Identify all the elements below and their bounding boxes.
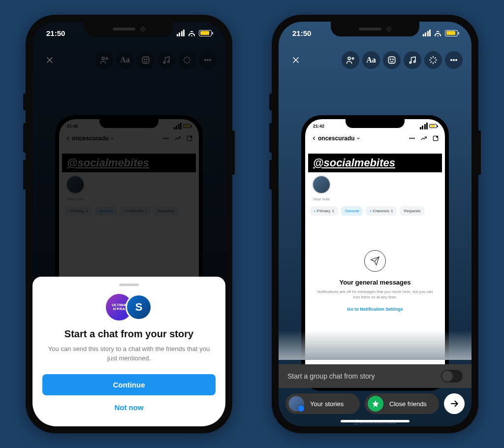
battery-icon xyxy=(199,30,212,36)
tag-people-icon[interactable] xyxy=(342,51,359,69)
power-button xyxy=(478,130,481,175)
svg-point-30 xyxy=(453,60,455,61)
volume-up-button xyxy=(23,123,26,153)
story-editor-toolbar: Aa xyxy=(279,44,472,76)
share-destinations: Your stories Close friends xyxy=(279,390,472,417)
inbox-empty-state: Your general messages Notifications are … xyxy=(305,221,445,313)
sheet-body: You can send this story to a chat with t… xyxy=(42,345,216,363)
sheet-avatar-pair: ULTIMAH✦RA S xyxy=(42,294,216,320)
svg-point-18 xyxy=(413,138,414,139)
svg-point-23 xyxy=(352,58,353,59)
signal-icon xyxy=(177,30,185,36)
home-indicator[interactable] xyxy=(94,420,163,422)
svg-point-25 xyxy=(390,59,391,60)
volume-down-button xyxy=(23,160,26,190)
your-stories-button[interactable]: Your stories xyxy=(285,393,360,414)
phone-left: 21:42 oncescuradu xyxy=(26,15,232,433)
group-chat-toggle-row: Start a group chat from story xyxy=(279,364,472,388)
close-friends-button[interactable]: Close friends xyxy=(365,393,439,414)
your-stories-avatar-icon xyxy=(288,396,304,412)
svg-point-29 xyxy=(451,60,452,61)
sheet-title: Start a chat from your story xyxy=(42,328,216,340)
svg-point-28 xyxy=(414,61,415,63)
mute-switch xyxy=(23,94,26,110)
comparison-stage: 21:42 oncescuradu xyxy=(0,0,504,448)
continue-button[interactable]: Continue xyxy=(42,374,216,395)
notification-settings-link: Go to Notification Settings xyxy=(347,307,403,312)
inbox-tabs: •Primary 1 General •Channels 1 Requests xyxy=(305,201,445,221)
group-chat-toggle[interactable] xyxy=(441,370,463,383)
svg-point-16 xyxy=(410,138,410,139)
group-chat-toggle-label: Start a group chat from story xyxy=(287,372,375,380)
close-friends-star-icon xyxy=(368,396,383,412)
more-icon[interactable] xyxy=(445,51,463,69)
mention-sticker: @socialmebites xyxy=(308,154,442,172)
sheet-grabber[interactable] xyxy=(119,284,139,286)
music-icon[interactable] xyxy=(404,51,421,69)
battery-icon xyxy=(445,30,458,36)
svg-point-27 xyxy=(410,62,411,63)
signal-icon xyxy=(423,30,431,36)
start-chat-sheet: ULTIMAH✦RA S Start a chat from your stor… xyxy=(32,277,225,426)
text-tool-icon[interactable]: Aa xyxy=(362,51,380,69)
status-time: 21:50 xyxy=(46,29,65,37)
close-button[interactable] xyxy=(287,52,304,68)
notch xyxy=(331,22,419,36)
svg-point-17 xyxy=(411,138,412,139)
volume-up-button xyxy=(269,123,272,153)
wifi-icon xyxy=(434,30,442,36)
svg-rect-24 xyxy=(388,57,395,63)
volume-down-button xyxy=(269,160,272,190)
your-note-avatar xyxy=(312,175,331,194)
next-arrow-button[interactable] xyxy=(444,393,465,414)
paper-plane-icon xyxy=(364,250,386,272)
power-button xyxy=(232,130,235,175)
effects-icon[interactable] xyxy=(424,51,442,69)
home-indicator[interactable] xyxy=(341,420,410,422)
mute-switch xyxy=(269,94,272,110)
svg-point-26 xyxy=(393,59,394,60)
your-note-label: Your note xyxy=(305,196,445,201)
notch xyxy=(85,22,173,36)
svg-point-31 xyxy=(456,60,457,61)
inner-back-title: oncescuradu xyxy=(311,135,361,142)
sticker-icon[interactable] xyxy=(383,51,401,69)
wifi-icon xyxy=(188,30,196,36)
svg-point-22 xyxy=(348,57,350,60)
phone-right: 21:42 oncescuradu xyxy=(272,15,478,433)
status-time: 21:50 xyxy=(292,29,311,37)
not-now-button[interactable]: Not now xyxy=(42,395,216,414)
